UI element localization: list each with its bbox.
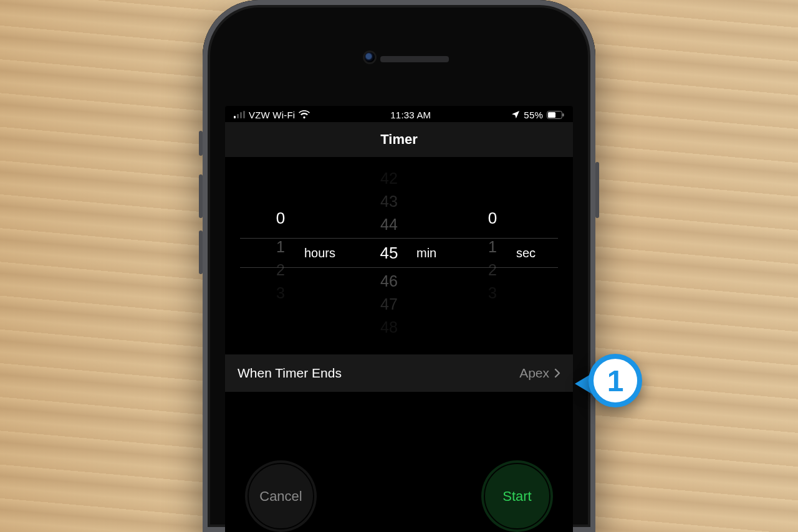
battery-icon <box>547 111 564 119</box>
callout-badge: 1 <box>589 354 642 407</box>
power-button <box>595 162 599 218</box>
mute-switch <box>199 131 203 156</box>
location-icon <box>511 110 520 119</box>
seconds-selected: 0 <box>488 204 497 233</box>
minutes-unit: min <box>416 246 436 260</box>
hours-unit: hours <box>304 246 335 260</box>
front-camera <box>365 52 375 62</box>
wifi-icon <box>299 110 310 119</box>
time-picker[interactable]: 0 1 2 3 hours 42 43 44 45 46 <box>240 163 558 343</box>
nav-header: Timer <box>225 122 573 158</box>
svg-rect-2 <box>562 113 564 116</box>
volume-down-button <box>199 230 203 274</box>
battery-percentage: 55% <box>524 110 543 120</box>
when-timer-ends-label: When Timer Ends <box>238 366 342 381</box>
iphone-device: VZW Wi-Fi 11:33 AM 55% Time <box>203 0 595 532</box>
annotation-callout-1: 1 <box>574 349 648 411</box>
carrier-label: VZW Wi-Fi <box>249 110 295 120</box>
status-bar: VZW Wi-Fi 11:33 AM 55% <box>225 106 573 122</box>
page-title: Timer <box>380 131 418 148</box>
seconds-wheel[interactable]: 0 1 2 3 sec <box>452 163 558 343</box>
desk-background: VZW Wi-Fi 11:33 AM 55% Time <box>0 0 798 532</box>
cancel-button[interactable]: Cancel <box>245 460 317 532</box>
action-buttons: Cancel Start <box>225 460 573 532</box>
start-button[interactable]: Start <box>481 460 553 532</box>
volume-up-button <box>199 174 203 218</box>
cellular-signal-icon <box>234 111 245 118</box>
minutes-selected: 45 <box>380 239 398 267</box>
minutes-wheel[interactable]: 42 43 44 45 46 47 48 min <box>346 163 452 343</box>
when-timer-ends-row[interactable]: When Timer Ends Apex <box>225 354 573 392</box>
status-clock: 11:33 AM <box>390 110 431 120</box>
chevron-right-icon <box>554 368 560 378</box>
callout-number: 1 <box>607 364 624 398</box>
hours-wheel[interactable]: 0 1 2 3 hours <box>240 163 346 343</box>
seconds-unit: sec <box>516 246 536 260</box>
earpiece-speaker <box>380 56 449 62</box>
when-timer-ends-value: Apex <box>519 366 549 381</box>
phone-screen: VZW Wi-Fi 11:33 AM 55% Time <box>225 106 573 532</box>
svg-rect-1 <box>548 112 555 118</box>
hours-selected: 0 <box>276 204 285 233</box>
